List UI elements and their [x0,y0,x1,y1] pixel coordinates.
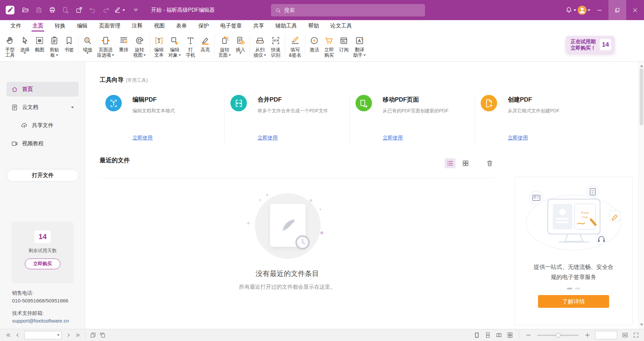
sidebar-item-shared-files[interactable]: 共享文件 [6,118,78,133]
tool-edit-object[interactable]: 编辑对象 [166,35,183,58]
menu-edit[interactable]: 编辑 [71,20,93,32]
redo-button[interactable] [99,3,113,17]
tool-edit-text[interactable]: 编辑文本 [152,35,166,58]
prev-view-button[interactable] [88,331,98,340]
menu-convert[interactable]: 转换 [49,20,71,32]
notifications-button[interactable] [564,0,577,20]
sidebar-item-cloud-docs[interactable]: 云文档 [6,100,78,115]
tool-fill-sign[interactable]: 填写&签名 [287,35,303,58]
carousel-dot[interactable] [575,288,580,289]
tool-translate-assistant[interactable]: 翻译助手 [351,35,368,58]
window-close-button[interactable] [626,0,644,20]
menu-esign[interactable]: 电子签章 [215,20,248,32]
window-minimize-button[interactable] [591,0,608,20]
share-export-button[interactable] [72,3,86,17]
menu-page-manage[interactable]: 页面管理 [93,20,126,32]
menu-form[interactable]: 表单 [170,20,193,32]
zoom-slider-thumb[interactable] [556,333,560,338]
tool-typewriter[interactable]: 打字机 [183,35,198,58]
fit-width-button[interactable] [620,331,630,340]
tool-select-tool[interactable]: 选择 [17,35,32,55]
tool-bookmark[interactable]: 书签 [62,35,76,53]
list-view-button[interactable] [445,158,455,168]
window-restore-button[interactable] [608,0,626,20]
tool-subscribe[interactable]: 订阅 [336,35,351,53]
quick-sign-button[interactable] [113,3,126,17]
save-button[interactable] [32,3,46,17]
tool-activate[interactable]: 激活 [307,35,322,53]
menu-paper-tools[interactable]: 论文工具 [325,20,358,32]
prev-page-icon [14,332,21,338]
menu-file[interactable]: 文件 [5,20,27,32]
tool-fit-page-options[interactable]: 页面适应选项 [95,35,116,58]
menu-home[interactable]: 主页 [27,20,49,32]
delete-all-button[interactable] [484,158,495,168]
vertical-scrollbar[interactable] [638,62,644,329]
learn-more-button[interactable]: 了解详情 [538,295,609,308]
scroll-down-icon[interactable] [640,324,643,328]
tool-reflow[interactable]: 重排 [116,35,131,53]
menu-protect[interactable]: 保护 [193,20,215,32]
open-file-button[interactable]: 打开文件 [7,169,79,182]
zoom-value-box[interactable] [595,331,617,339]
continuous-page-button[interactable] [483,331,492,340]
use-now-link[interactable]: 立即使用 [383,135,403,141]
tool-highlight[interactable]: 高亮 [198,35,213,53]
grid-view-button[interactable] [460,158,471,168]
support-email-link[interactable]: support@foxitsoftware.cn [12,317,69,325]
page-number-box[interactable] [24,331,62,339]
scrollbar-thumb[interactable] [640,68,643,125]
tool-hand-tool[interactable]: 手型工具 [3,35,17,58]
sidebar-item-home[interactable]: 首页 [6,82,78,97]
print-button[interactable] [46,3,59,17]
menu-share[interactable]: 共享 [248,20,270,32]
tool-rotate-pages[interactable]: 旋转页面 [216,35,233,58]
sidebar-item-video-tutorials[interactable]: 视频教程 [6,136,78,151]
prev-page-button[interactable] [13,331,22,340]
single-page-button[interactable] [472,331,481,340]
facing-continuous-page-button[interactable] [505,331,515,340]
scroll-up-icon[interactable] [640,63,643,67]
open-button[interactable] [19,3,32,17]
tool-zoom[interactable]: 缩放 [80,35,95,55]
tool-buy-now[interactable]: 立即购买 [322,35,336,58]
tool-clipboard[interactable]: 剪贴板 [47,35,62,58]
plus-button[interactable] [583,331,592,340]
facing-page-button[interactable] [494,331,503,340]
esign-pen-icon [114,6,121,14]
tool-snapshot[interactable]: 截图 [32,35,47,53]
minus-button[interactable] [524,331,533,340]
account-button[interactable] [577,0,591,20]
page-number-input[interactable] [24,333,57,338]
buy-now-button[interactable]: 立即购买 [25,259,60,269]
use-now-link[interactable]: 立即使用 [508,135,528,141]
customize-toolbar-button[interactable] [131,3,141,17]
use-now-link[interactable]: 立即使用 [132,135,153,141]
trial-card: 14 剩余试用天数 立即购买 [11,222,74,283]
tool-from-scanner[interactable]: 从扫描仪 [252,35,268,58]
tool-ocr[interactable]: OCR快速识别 [268,35,283,58]
trial-banner[interactable]: 正在试用期 立即购买！ 14 [566,36,614,53]
search-input[interactable] [284,7,421,13]
tool-rotate-view[interactable]: 旋转视图 [131,35,148,58]
fullscreen-button[interactable] [631,331,641,340]
zoom-slider[interactable] [537,335,579,336]
menu-comment[interactable]: 注释 [126,20,148,32]
undo-button[interactable] [86,3,99,17]
search-box[interactable] [271,4,425,16]
use-now-link[interactable]: 立即使用 [258,135,278,141]
menu-view[interactable]: 视图 [148,20,170,32]
menu-help[interactable]: 帮助 [303,20,325,32]
last-page-button[interactable] [73,331,83,340]
divider [100,178,495,178]
zoom-value-input[interactable] [595,331,617,339]
tool-insert[interactable]: 插入 [233,35,248,55]
export-button[interactable] [59,3,72,17]
menu-accessibility[interactable]: 辅助工具 [270,20,303,32]
next-view-button[interactable] [98,331,107,340]
next-page-button[interactable] [64,331,73,340]
sales-phone-value: 010-50951668/50951666 [12,297,69,304]
carousel-dots[interactable] [567,288,580,289]
carousel-dot[interactable] [567,288,572,289]
first-page-button[interactable] [3,331,13,340]
